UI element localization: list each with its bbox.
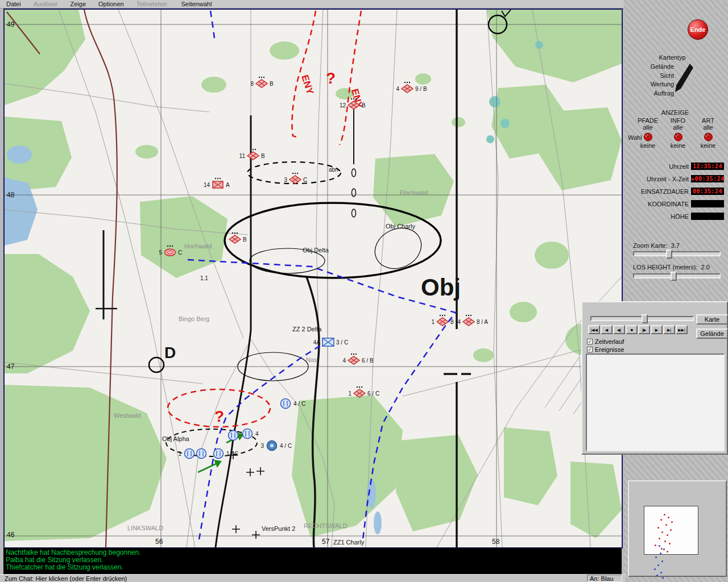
anzeige-option-alle[interactable]: alle [634, 124, 661, 131]
minimap-enemy-dot [670, 529, 672, 531]
annotation: 1.1 [200, 275, 208, 281]
stop-button[interactable]: ■ [626, 325, 638, 334]
kartentyp-list: GeländeSichtWertungAuftrag [628, 63, 674, 98]
unit-label-right: 4 [255, 431, 259, 437]
knob-icon[interactable] [704, 132, 713, 142]
unit-symbol-friendly-circle[interactable]: 4 / C [281, 399, 306, 409]
kartentyp-item-wertung[interactable]: Wertung [628, 80, 674, 89]
clock-label: KOORDINATE [627, 201, 691, 207]
menu-item-optionen[interactable]: Optionen [92, 1, 130, 7]
menu-item-seitenwahl[interactable]: Seitenwahl [175, 1, 218, 7]
chat-message: Thiefcatcher hat die Sitzung verlassen. [6, 564, 619, 571]
option-zeitverlauf: ✓Zeitverlauf [587, 338, 624, 346]
wahl-label: Wahl [628, 134, 642, 141]
anzeige-option-keine[interactable]: keine [634, 142, 661, 149]
anzeige-option-alle[interactable]: alle [664, 124, 692, 131]
objective-label: ZZ 2 Delta [292, 326, 322, 332]
unit-symbol-friendly-rect[interactable]: 4A3 / C [313, 338, 348, 346]
unit-symbol-friendly-circle[interactable] [197, 449, 206, 459]
annotation: abn [329, 167, 338, 173]
minimap-friendly-dot [662, 577, 664, 579]
minimap-enemy-dot [668, 517, 669, 518]
step-forward-button[interactable]: ▶| [663, 325, 675, 334]
unit-label-left: 4A [313, 339, 321, 346]
digital-display: 00:35:24 [691, 188, 724, 195]
unit-symbol-friendly-circle[interactable]: 1 / C [214, 449, 239, 459]
unit-symbol-friendly-circle[interactable]: 1 [178, 449, 194, 459]
anzeige-column-title: PFADE [634, 117, 661, 124]
unit-symbol-friendly-circle[interactable]: 4 [243, 429, 259, 439]
checkbox-icon[interactable]: ✓ [587, 339, 593, 344]
grid-label: 56 [155, 538, 163, 546]
zoom-slider[interactable] [633, 251, 721, 256]
place-name: Flachwald [400, 189, 428, 196]
map-pen-icon[interactable] [674, 64, 693, 93]
ende-button[interactable]: Ende [688, 19, 708, 40]
unit-label-left: 3 [260, 443, 264, 449]
clock-label: EINSATZDAUER [627, 188, 691, 195]
play-button[interactable]: ▶ [651, 325, 663, 334]
event-list[interactable] [586, 354, 725, 451]
place-name: RECHTSWALD [304, 522, 348, 529]
objective-label: VersPunkt 2 [262, 525, 295, 532]
place-name: LINKSWALD [127, 525, 163, 531]
unit-label-right: B [243, 236, 247, 243]
jump-start-button[interactable]: |◀◀ [588, 325, 600, 334]
minimap-enemy-dot [671, 521, 673, 523]
kartentyp-item-sicht[interactable]: Sicht [628, 72, 674, 81]
grid-label: 46 [7, 531, 15, 539]
timeline-slider[interactable] [590, 316, 694, 321]
unit-label-left: 11 [239, 153, 246, 159]
checkbox-icon[interactable]: ✓ [587, 347, 593, 352]
gelaende-button[interactable]: Gelände [696, 329, 728, 339]
anzeige-column-info: INFOallekeine [664, 117, 692, 149]
chat-prompt[interactable]: Zum Chat: Hier klicken (oder Enter drück… [5, 575, 127, 582]
digital-display: +00:35:24 [691, 175, 724, 182]
option-ereignisse: ✓Ereignisse [587, 346, 624, 354]
minimap-friendly-dot [655, 556, 657, 558]
minimap-friendly-dot [660, 572, 662, 573]
karte-button[interactable]: Karte [696, 314, 728, 325]
jump-end-button[interactable]: ▶▶| [676, 325, 688, 334]
anzeige-option-alle[interactable]: alle [694, 124, 722, 131]
frame-forward-button[interactable]: |▶ [638, 325, 650, 334]
clock-row-uhrzeit: Uhrzeit12:35:24 [627, 163, 724, 170]
knob-icon[interactable] [643, 132, 653, 142]
unit-label-left: 3 [284, 177, 287, 183]
anzeige-column-pfade: PFADEallekeine [634, 117, 661, 149]
minimap-enemy-dot [667, 534, 668, 536]
zoom-slider-thumb[interactable] [666, 250, 672, 259]
unit-label-left: 12 [340, 102, 346, 109]
tactical-map[interactable]: 49484746565758FlachwaldHochwaldBingo Ber… [5, 10, 622, 547]
anzeige-title: ANZEIGE [647, 109, 704, 116]
menu-item-datei[interactable]: Datei [0, 1, 27, 7]
clock-label: Uhrzeit [627, 163, 691, 170]
digital-display [691, 213, 724, 220]
timeline-slider-thumb[interactable] [642, 314, 648, 323]
unit-label-left: 4 [396, 86, 399, 92]
minimap-panel[interactable] [628, 480, 727, 577]
anzeige-option-keine[interactable]: keine [664, 142, 692, 149]
chat-recipient[interactable]: An: Blau [587, 575, 622, 582]
knob-icon[interactable] [673, 132, 683, 142]
unit-label-right: 3 / C [336, 339, 348, 346]
kartentyp-item-gelnde[interactable]: Gelände [628, 63, 674, 72]
menu-item-zeige[interactable]: Zeige [64, 1, 92, 7]
clock-row-uhrzeitxzeit: Uhrzeit - X-Zeit+00:35:24 [627, 175, 724, 182]
clock-label: Uhrzeit - X-Zeit [627, 176, 691, 182]
unit-label-right: 4 / C [280, 443, 292, 449]
place-name: Nas [306, 356, 317, 363]
kartentyp-item-auftrag[interactable]: Auftrag [628, 89, 674, 98]
anzeige-column-art: ARTallekeine [694, 117, 722, 149]
los-height-slider-thumb[interactable] [671, 272, 677, 281]
digital-display [691, 200, 724, 207]
frame-back-button[interactable]: ◀| [613, 325, 625, 334]
unit-symbol-friendly-circle[interactable] [229, 431, 238, 440]
los-height-slider[interactable] [633, 273, 721, 278]
app-window: DateiAuslöserZeigeOptionenTeilnehmer:Sei… [0, 0, 728, 582]
step-back-button[interactable]: ◀ [601, 325, 613, 334]
anzeige-option-keine[interactable]: keine [694, 142, 722, 149]
grid-label: 49 [7, 20, 15, 28]
unit-label-right: B [261, 153, 265, 159]
minimap-friendly-dot [663, 548, 665, 550]
